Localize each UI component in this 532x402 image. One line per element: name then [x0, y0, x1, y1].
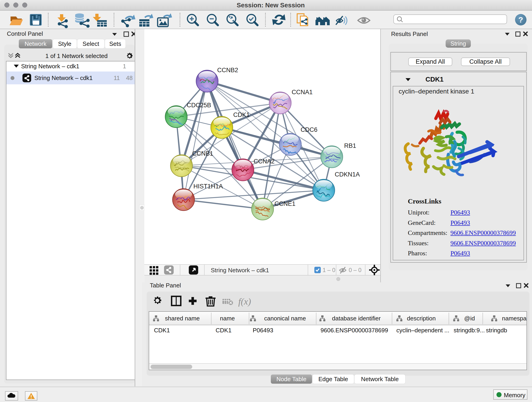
svg-text:9606.ENSP00000378699: 9606.ENSP00000378699 [321, 327, 388, 334]
svg-text:stringdb: stringdb [486, 327, 507, 334]
svg-text:P06493: P06493 [253, 327, 273, 334]
svg-text:shared name: shared name [165, 315, 200, 322]
svg-text:RB1: RB1 [344, 142, 356, 149]
svg-text:CCNB1: CCNB1 [192, 150, 213, 157]
svg-text:@id: @id [464, 315, 475, 322]
svg-text:stringdb:9...: stringdb:9... [454, 327, 485, 334]
svg-text:CDK1: CDK1 [215, 327, 231, 334]
svg-text:database identifier: database identifier [332, 315, 381, 322]
svg-text:description: description [407, 315, 436, 322]
svg-text:canonical name: canonical name [264, 315, 306, 322]
svg-text:CCNA1: CCNA1 [292, 89, 313, 96]
svg-text:cyclin–dependent ...: cyclin–dependent ... [396, 327, 449, 334]
svg-text:CCNB2: CCNB2 [217, 67, 238, 74]
svg-text:name: name [220, 315, 235, 322]
svg-text:CDK1: CDK1 [154, 327, 170, 334]
svg-text:CCNA2: CCNA2 [254, 158, 275, 165]
svg-text:CDK1: CDK1 [233, 111, 250, 118]
svg-text:CDC6: CDC6 [301, 126, 317, 133]
svg-text:CDC25B: CDC25B [187, 102, 211, 109]
svg-text:CDKN1A: CDKN1A [335, 171, 360, 178]
svg-text:HIST1H1A: HIST1H1A [193, 183, 223, 190]
svg-text:f(x): f(x) [238, 296, 251, 307]
svg-text:CCNE1: CCNE1 [274, 200, 296, 207]
svg-text:namespac: namespac [502, 315, 526, 322]
